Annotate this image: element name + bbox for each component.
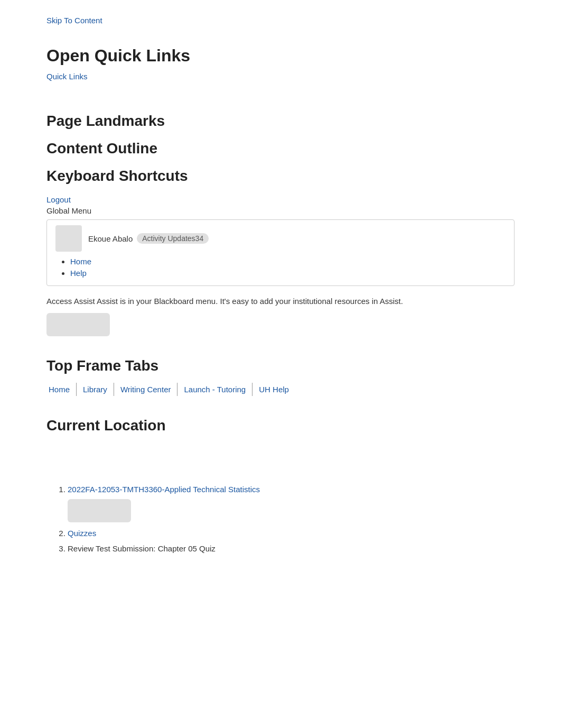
assist-button[interactable] <box>46 313 110 336</box>
menu-nav-list: Home Help <box>55 257 506 278</box>
breadcrumb-item-2: Quizzes <box>68 529 515 538</box>
list-item: Help <box>70 269 506 278</box>
top-frame-tabs-heading: Top Frame Tabs <box>46 357 515 374</box>
menu-user-name: Ekoue Abalo <box>88 234 133 243</box>
global-menu-label: Global Menu <box>46 206 515 215</box>
breadcrumb-quizzes-link[interactable]: Quizzes <box>68 529 96 538</box>
keyboard-shortcuts-heading: Keyboard Shortcuts <box>46 168 515 185</box>
breadcrumb-submission-text: Review Test Submission: Chapter 05 Quiz <box>68 544 216 553</box>
breadcrumb-course-button[interactable] <box>68 499 131 522</box>
menu-activity-badge: Activity Updates34 <box>137 233 209 244</box>
tab-writing-center-link[interactable]: Writing Center <box>120 385 171 394</box>
tab-writing-center[interactable]: Writing Center <box>114 383 178 396</box>
page-landmarks-section: Page Landmarks <box>46 113 515 130</box>
breadcrumb-spacer <box>46 443 515 485</box>
breadcrumb-item-1: 2022FA-12053-TMTH3360-Applied Technical … <box>68 485 515 522</box>
page-landmarks-heading: Page Landmarks <box>46 113 515 130</box>
content-outline-heading: Content Outline <box>46 140 515 157</box>
keyboard-shortcuts-section: Keyboard Shortcuts <box>46 168 515 185</box>
tab-uh-help-link[interactable]: UH Help <box>259 385 289 394</box>
current-location-heading: Current Location <box>46 417 515 434</box>
breadcrumb-item-3: Review Test Submission: Chapter 05 Quiz <box>68 544 515 553</box>
tab-uh-help[interactable]: UH Help <box>253 383 295 396</box>
menu-home-link[interactable]: Home <box>70 257 91 266</box>
menu-avatar <box>55 225 82 252</box>
tab-home[interactable]: Home <box>46 383 77 396</box>
breadcrumb-list: 2022FA-12053-TMTH3360-Applied Technical … <box>46 485 515 553</box>
tab-home-link[interactable]: Home <box>49 385 70 394</box>
menu-help-link[interactable]: Help <box>70 269 87 278</box>
open-quick-links-title: Open Quick Links <box>46 46 515 66</box>
access-assist-text: Access Assist Assist is in your Blackboa… <box>46 297 515 306</box>
skip-to-content-link[interactable]: Skip To Content <box>46 16 515 25</box>
quick-links-link[interactable]: Quick Links <box>46 72 515 81</box>
current-location-section: Current Location 2022FA-12053-TMTH3360-A… <box>46 417 515 553</box>
tab-library-link[interactable]: Library <box>83 385 107 394</box>
menu-user-row: Ekoue Abalo Activity Updates34 <box>55 225 506 252</box>
top-frame-tabs-section: Top Frame Tabs Home Library Writing Cent… <box>46 357 515 396</box>
list-item: Home <box>70 257 506 266</box>
tab-launch-tutoring-link[interactable]: Launch - Tutoring <box>184 385 246 394</box>
tabs-row: Home Library Writing Center Launch - Tut… <box>46 383 515 396</box>
content-outline-section: Content Outline <box>46 140 515 157</box>
breadcrumb-course-link[interactable]: 2022FA-12053-TMTH3360-Applied Technical … <box>68 485 260 494</box>
menu-user-info: Ekoue Abalo Activity Updates34 <box>88 233 209 244</box>
tab-library[interactable]: Library <box>77 383 114 396</box>
logout-link[interactable]: Logout <box>46 195 515 204</box>
tab-launch-tutoring[interactable]: Launch - Tutoring <box>177 383 253 396</box>
global-menu-box: Ekoue Abalo Activity Updates34 Home Help <box>46 219 515 286</box>
